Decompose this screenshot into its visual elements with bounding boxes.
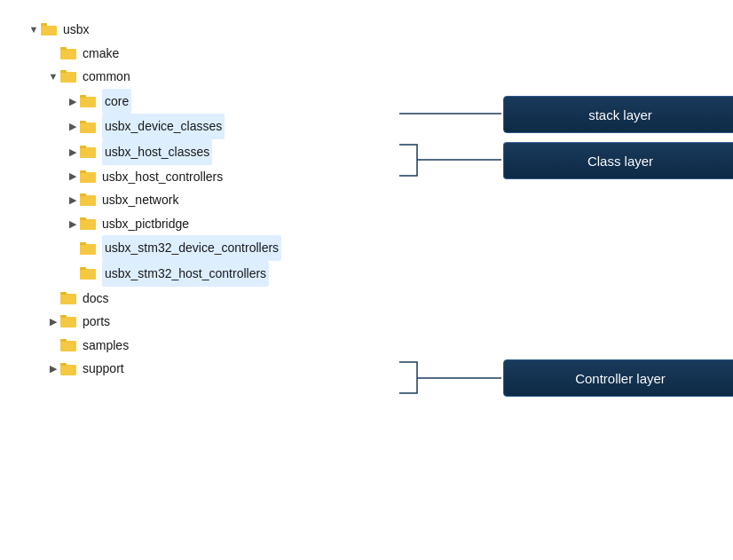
svg-rect-9 <box>80 95 86 98</box>
tree-item-usbx-host-controllers[interactable]: usbx_host_controllers <box>27 165 444 189</box>
tree-item-support[interactable]: support <box>27 357 444 381</box>
tree-item-usbx-stm32-device-controllers[interactable]: usbx_stm32_device_controllers <box>27 235 444 261</box>
svg-rect-29 <box>60 339 67 342</box>
item-name-usbx: usbx <box>63 18 90 42</box>
label-usbx: usbx <box>41 18 90 42</box>
svg-rect-14 <box>80 172 96 183</box>
tree-item-usbx-network[interactable]: usbx_network <box>27 188 444 212</box>
svg-rect-21 <box>80 242 86 245</box>
label-usbx-network: usbx_network <box>80 188 178 212</box>
label-usbx-host-controllers: usbx_host_controllers <box>80 165 223 189</box>
controller-layer-box: Controller layer <box>503 359 733 397</box>
svg-rect-16 <box>80 195 96 206</box>
svg-rect-19 <box>80 217 86 220</box>
controller-layer-label: Controller layer <box>575 371 666 386</box>
svg-rect-15 <box>80 170 86 173</box>
item-name-common: common <box>83 65 130 89</box>
label-usbx-stm32-host-controllers: usbx_stm32_host_controllers <box>80 261 269 287</box>
tree-item-samples[interactable]: samples <box>27 334 444 358</box>
folder-icon-usbx-stm32-device-controllers <box>80 242 96 255</box>
svg-rect-31 <box>60 363 67 366</box>
label-common: common <box>60 65 130 89</box>
folder-icon-usbx-stm32-host-controllers <box>80 267 96 280</box>
class-layer-box: Class layer <box>503 142 733 179</box>
item-name-usbx-pictbridge: usbx_pictbridge <box>102 212 189 236</box>
tree-item-usbx-device-classes[interactable]: usbx_device_classes <box>27 114 444 139</box>
tree-item-ports[interactable]: ports <box>27 310 444 334</box>
tree-item-common[interactable]: common <box>27 65 444 89</box>
item-name-usbx-network: usbx_network <box>102 188 178 212</box>
tree-item-docs[interactable]: docs <box>27 287 444 311</box>
main-diagram: usbx cmake common <box>27 18 733 381</box>
label-samples: samples <box>60 334 129 358</box>
chevron-usbx-pictbridge[interactable] <box>66 215 80 233</box>
stack-layer-box: stack layer <box>503 96 733 133</box>
svg-rect-4 <box>60 49 76 59</box>
chevron-ports[interactable] <box>46 312 60 331</box>
svg-rect-10 <box>80 122 96 133</box>
chevron-usbx-network[interactable] <box>66 191 80 209</box>
svg-rect-20 <box>80 244 96 255</box>
item-name-support: support <box>83 357 124 381</box>
label-usbx-device-classes: usbx_device_classes <box>80 114 225 139</box>
tree-item-usbx-host-classes[interactable]: usbx_host_classes <box>27 139 444 165</box>
chevron-usbx[interactable] <box>27 20 41 39</box>
folder-icon-usbx-host-classes <box>80 146 96 158</box>
label-cmake: cmake <box>60 42 119 66</box>
item-name-usbx-device-classes: usbx_device_classes <box>102 114 225 139</box>
svg-rect-7 <box>60 70 67 73</box>
tree-item-usbx-pictbridge[interactable]: usbx_pictbridge <box>27 212 444 236</box>
item-name-ports: ports <box>83 310 110 334</box>
svg-rect-3 <box>41 23 47 26</box>
chevron-usbx-host-controllers[interactable] <box>66 167 80 185</box>
label-ports: ports <box>60 310 110 334</box>
svg-rect-18 <box>80 219 96 230</box>
folder-icon-cmake <box>60 47 76 59</box>
folder-icon-usbx-network <box>80 193 96 206</box>
chevron-common[interactable] <box>46 67 60 86</box>
folder-icon-docs <box>60 292 76 304</box>
tree-item-core[interactable]: core <box>27 89 444 114</box>
chevron-support[interactable] <box>46 359 60 378</box>
svg-rect-26 <box>60 317 76 327</box>
folder-icon-support <box>60 363 76 375</box>
label-core: core <box>80 89 131 114</box>
svg-rect-24 <box>60 294 76 304</box>
folder-icon-core <box>80 95 96 107</box>
item-name-usbx-host-classes: usbx_host_classes <box>102 139 212 165</box>
item-name-samples: samples <box>83 334 129 358</box>
svg-rect-27 <box>60 315 67 318</box>
stack-layer-label: stack layer <box>588 107 652 122</box>
chevron-usbx-device-classes[interactable] <box>66 117 80 136</box>
tree-item-cmake[interactable]: cmake <box>27 42 444 66</box>
svg-rect-5 <box>60 47 67 50</box>
item-name-usbx-host-controllers: usbx_host_controllers <box>102 165 223 189</box>
label-usbx-stm32-device-controllers: usbx_stm32_device_controllers <box>80 235 281 261</box>
chevron-usbx-host-classes[interactable] <box>66 143 80 162</box>
svg-rect-28 <box>60 341 76 351</box>
item-name-cmake: cmake <box>83 42 119 66</box>
folder-icon-usbx <box>41 23 57 35</box>
label-usbx-pictbridge: usbx_pictbridge <box>80 212 189 236</box>
label-support: support <box>60 357 124 381</box>
folder-icon-usbx-pictbridge <box>80 217 96 230</box>
item-name-docs: docs <box>83 287 109 311</box>
folder-tree: usbx cmake common <box>27 18 444 381</box>
chevron-core[interactable] <box>66 92 80 111</box>
svg-rect-30 <box>60 365 76 375</box>
folder-icon-samples <box>60 339 76 351</box>
svg-rect-8 <box>80 97 96 107</box>
tree-item-usbx[interactable]: usbx <box>27 18 444 42</box>
svg-rect-13 <box>80 146 86 148</box>
folder-icon-usbx-device-classes <box>80 121 96 133</box>
item-name-usbx-stm32-host-controllers: usbx_stm32_host_controllers <box>102 261 269 287</box>
item-name-usbx-stm32-device-controllers: usbx_stm32_device_controllers <box>102 235 281 261</box>
svg-rect-6 <box>60 72 76 83</box>
class-layer-label: Class layer <box>587 154 653 169</box>
item-name-core: core <box>102 89 131 114</box>
svg-rect-23 <box>80 267 86 270</box>
label-docs: docs <box>60 287 109 311</box>
svg-rect-12 <box>80 147 96 158</box>
tree-item-usbx-stm32-host-controllers[interactable]: usbx_stm32_host_controllers <box>27 261 444 287</box>
folder-icon-ports <box>60 315 76 327</box>
